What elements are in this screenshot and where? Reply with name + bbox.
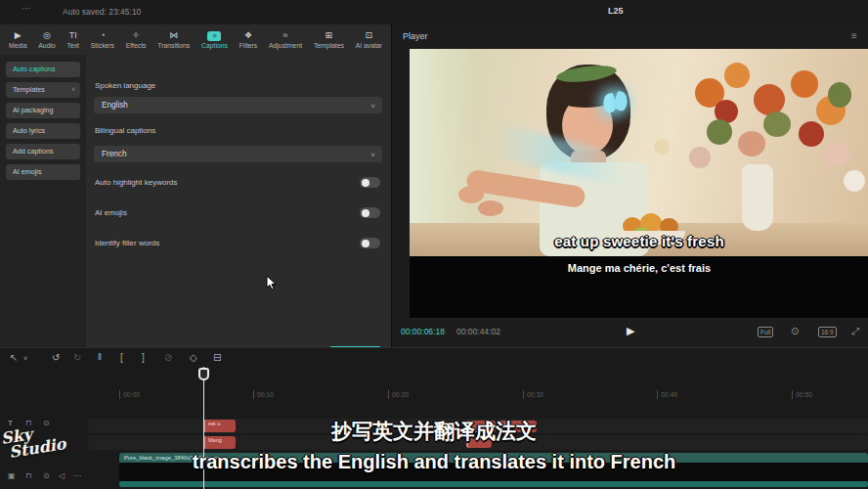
auto-highlight-toggle[interactable] [360,177,380,188]
video-preview[interactable]: eat up sweetie it's fresh Mange ma chéri… [410,49,868,318]
redo-icon[interactable]: ↻ [73,352,81,363]
total-timecode: 00:00:44:02 [456,327,500,336]
player-menu-icon[interactable]: ≡ [851,30,857,41]
trim-right-icon[interactable]: ] [142,352,145,363]
ai-emojis-toggle[interactable] [360,207,380,218]
player-panel: Player ≡ [391,24,868,347]
audio-strip[interactable] [119,481,868,487]
current-timecode: 00:00:06:18 [401,327,445,336]
tab-transitions[interactable]: ⋈ Transitions [157,30,190,49]
chevron-down-icon: ˅ [370,147,375,163]
tab-media[interactable]: ▶ Media [9,30,27,49]
ruler-tick: 00:30 [523,390,543,399]
fullscreen-icon[interactable]: ⤢ [851,326,859,337]
full-preview-button[interactable]: Full [758,327,773,337]
window-menu-icon[interactable]: ⋯ [22,3,31,14]
focus-icon[interactable]: ⊙ [791,326,799,336]
ruler-tick: 00:40 [657,390,677,399]
project-title: L25 [608,6,624,16]
effects-icon: ✧ [132,30,140,41]
sidebar-item-ai-packaging[interactable]: AI packaging [6,103,80,118]
filler-words-label: Identify filler words [95,239,159,247]
tab-templates[interactable]: ⊞ Templates [314,30,344,49]
tab-adjustment[interactable]: ≈ Adjustment [269,30,302,49]
burned-subtitle-en: transcribes the English and translates i… [0,451,868,473]
tab-captions[interactable]: ≡ Captions [201,31,228,49]
split-icon[interactable]: Ⅱ [98,353,102,362]
video-scene: eat up sweetie it's fresh [410,49,868,256]
sidebar-item-templates[interactable]: Templates ˅ [6,82,80,98]
text-icon: TI [69,30,77,41]
trim-left-icon[interactable]: [ [120,352,123,363]
captions-sidebar: Auto captions Templates ˅ AI packaging A… [0,55,86,347]
ruler-tick: 00:50 [792,390,812,399]
title-bar: ⋯ Auto saved: 23:45:10 L25 [0,0,868,24]
auto-highlight-label: Auto highlight keywords [95,178,178,187]
playhead-handle[interactable] [198,368,209,380]
filters-icon: ❖ [244,30,252,41]
ai-avatar-icon: ⊡ [366,30,373,41]
select-tool-icon[interactable]: ↖ [10,352,18,363]
media-icon: ▶ [15,30,22,41]
bilingual-captions-label: Bilingual captions [95,126,155,135]
delete-icon[interactable]: ⊘ [164,352,172,363]
player-title: Player [403,31,428,41]
extract-frames-icon[interactable]: ⊟ [213,352,221,363]
tab-effects[interactable]: ✧ Effects [126,30,147,49]
select-tool-chevron-icon[interactable]: ˅ [23,355,27,362]
video-caption-en: eat up sweetie it's fresh [410,233,868,249]
ruler-tick: 00:10 [253,390,274,399]
play-button[interactable]: ▶ [627,325,634,337]
tab-filters[interactable]: ❖ Filters [239,30,258,49]
player-controls: 00:00:06:18 00:00:44:02 ▶ Full ⊙ 16:9 ⤢ [392,318,868,347]
main-toolbar: ▶ Media ◎ Audio TI Text ◔ Stickers ✧ Eff… [0,24,391,55]
mouse-cursor [266,275,279,291]
audio-icon: ◎ [43,30,51,41]
auto-captions-settings: Spoken language English ˅ Bilingual capt… [86,55,391,347]
tab-ai-avatar[interactable]: ⊡ AI avatar [356,30,382,49]
spoken-language-select[interactable]: English ˅ [94,97,382,113]
spoken-language-label: Spoken language [95,81,155,90]
filler-words-toggle[interactable] [360,238,380,248]
tab-stickers[interactable]: ◔ Stickers [91,30,114,49]
templates-icon: ⊞ [326,30,333,41]
ai-emojis-label: AI emojis [95,208,127,217]
chevron-down-icon: ˅ [370,98,375,114]
autosave-status: Auto saved: 23:45:10 [63,7,141,17]
sidebar-item-ai-emojis[interactable]: AI emojis [6,164,80,180]
bilingual-captions-select[interactable]: French ˅ [94,146,382,162]
left-panel: ▶ Media ◎ Audio TI Text ◔ Stickers ✧ Eff… [0,24,391,347]
sidebar-item-add-captions[interactable]: Add captions [6,144,80,159]
adjustment-icon: ≈ [283,30,288,41]
chevron-down-icon: ˅ [71,82,75,98]
sidebar-item-auto-lyrics[interactable]: Auto lyrics [6,123,80,139]
aspect-ratio-button[interactable]: 16:9 [818,327,837,337]
ruler-tick: 00:20 [388,390,409,399]
undo-icon[interactable]: ↺ [52,352,60,363]
video-caption-fr: Mange ma chérie, c'est frais [410,262,868,274]
app-window: ⋯ Auto saved: 23:45:10 L25 ▶ Media ◎ Aud… [0,0,868,489]
sidebar-item-auto-captions[interactable]: Auto captions [6,62,80,77]
transitions-icon: ⋈ [169,30,178,41]
ruler-tick: 00:00 [119,390,140,399]
tab-audio[interactable]: ◎ Audio [38,30,55,49]
stickers-icon: ◔ [100,30,105,41]
captions-icon: ≡ [207,31,221,41]
mask-icon[interactable]: ◇ [190,352,197,363]
video-letterbox: Mange ma chérie, c'est frais [410,256,868,318]
tab-text[interactable]: TI Text [67,30,79,49]
burned-subtitle-zh: 抄写英文并翻译成法文 [0,418,868,445]
